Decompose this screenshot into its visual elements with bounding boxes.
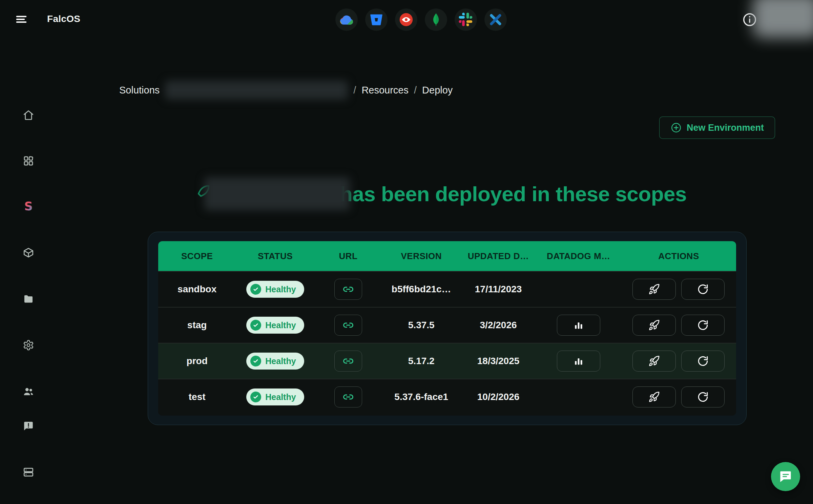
column-header-status: STATUS [236, 251, 314, 261]
sidebar-item-apps[interactable] [21, 153, 36, 168]
new-environment-button[interactable]: New Environment [659, 117, 775, 139]
table-row: testHealthy5.37.6-face110/2/2026 [158, 379, 736, 415]
slack-icon[interactable] [455, 8, 477, 31]
sidebar-item-team[interactable] [21, 384, 36, 399]
deploy-rocket-button[interactable] [632, 386, 676, 407]
check-icon [253, 322, 259, 328]
sidebar-item-settings[interactable] [21, 338, 36, 353]
redeploy-refresh-button[interactable] [681, 386, 725, 407]
apps-grid-icon [23, 155, 34, 167]
bar-chart-icon [573, 320, 584, 331]
url-link-button[interactable] [334, 386, 362, 407]
link-icon [342, 391, 354, 403]
deploy-rocket-button[interactable] [632, 279, 676, 300]
hamburger-icon [15, 13, 28, 26]
service-icons [335, 8, 507, 31]
sidebar-item-feedback[interactable] [21, 419, 36, 434]
team-icon [23, 386, 34, 397]
status-cell: Healthy [236, 281, 314, 298]
cross-service-icon[interactable] [484, 8, 507, 31]
rocket-icon [648, 391, 660, 403]
table-body: sandboxHealthyb5ff6bd21c…17/11/2023stagH… [158, 271, 736, 415]
url-cell [315, 351, 382, 372]
status-check-icon [250, 320, 261, 331]
url-link-button[interactable] [334, 315, 362, 336]
breadcrumb-resources[interactable]: Resources [361, 85, 409, 96]
scope-label: stag [187, 320, 207, 331]
scope-label: prod [187, 356, 208, 366]
updated-cell: 3/2/2026 [461, 320, 536, 331]
mongodb-icon[interactable] [425, 8, 447, 31]
eye-monitor-icon[interactable] [395, 8, 417, 31]
url-link-button[interactable] [334, 279, 362, 300]
status-badge: Healthy [246, 353, 304, 370]
rocket-icon [648, 319, 660, 331]
app-title: FalcOS [47, 14, 80, 24]
check-icon [253, 394, 259, 400]
status-cell: Healthy [236, 388, 314, 405]
version-label: 5.37.6-face1 [394, 392, 448, 402]
status-cell: Healthy [236, 317, 314, 334]
menu-button[interactable] [14, 12, 29, 27]
status-badge: Healthy [246, 388, 304, 405]
status-label: Healthy [265, 356, 296, 366]
home-icon [23, 109, 34, 121]
updated-cell: 17/11/2023 [461, 284, 536, 295]
breadcrumb: Solutions / Resources / Deploy [119, 80, 453, 100]
scope-label: test [189, 392, 206, 402]
status-label: Healthy [265, 285, 296, 294]
url-cell [315, 386, 382, 407]
google-cloud-icon[interactable] [335, 8, 358, 31]
scope-cell: test [158, 392, 236, 402]
redeploy-refresh-button[interactable] [681, 315, 725, 336]
link-icon [342, 283, 354, 295]
breadcrumb-deploy: Deploy [422, 85, 453, 96]
column-header-url: URL [315, 251, 382, 261]
column-header-scope: SCOPE [158, 251, 236, 261]
updated-date-label: 17/11/2023 [475, 284, 522, 295]
sidebar-item-infrastructure[interactable] [21, 465, 36, 480]
solutions-logo-icon: S [22, 200, 35, 214]
chat-support-button[interactable] [771, 462, 800, 491]
environments-table: SCOPESTATUSURLVERSIONUPDATED D…DATADOG M… [158, 241, 736, 416]
sidebar-item-files[interactable] [21, 292, 36, 307]
refresh-icon [697, 284, 709, 295]
column-header-datadog-m: DATADOG M… [536, 251, 621, 261]
deploy-rocket-button[interactable] [632, 351, 676, 372]
redeploy-refresh-button[interactable] [681, 351, 725, 372]
version-cell: 5.17.2 [382, 356, 461, 366]
status-label: Healthy [265, 392, 296, 402]
url-cell [315, 279, 382, 300]
breadcrumb-solutions[interactable]: Solutions [119, 85, 160, 96]
url-link-button[interactable] [334, 351, 362, 372]
link-icon [342, 355, 354, 367]
datadog-cell [536, 315, 621, 336]
scope-label: sandbox [178, 284, 216, 295]
sidebar-item-packages[interactable] [21, 245, 36, 260]
sidebar-item-solutions[interactable]: S [21, 200, 36, 214]
redeploy-refresh-button[interactable] [681, 279, 725, 300]
bar-chart-icon [573, 356, 584, 366]
updated-cell: 10/2/2026 [461, 392, 536, 402]
refresh-icon [697, 391, 709, 403]
version-cell: 5.37.6-face1 [382, 392, 461, 402]
status-badge: Healthy [246, 317, 304, 334]
avatar[interactable] [753, 0, 813, 38]
url-cell [315, 315, 382, 336]
status-check-icon [250, 392, 261, 402]
deploy-rocket-button[interactable] [632, 315, 676, 336]
redacted-solution-name [165, 81, 348, 100]
servers-icon [23, 466, 34, 478]
actions-cell [621, 315, 736, 336]
datadog-metrics-button[interactable] [557, 315, 600, 336]
version-label: 5.37.5 [408, 320, 435, 331]
table-header-row: SCOPESTATUSURLVERSIONUPDATED D…DATADOG M… [158, 241, 736, 271]
updated-date-label: 10/2/2026 [477, 392, 520, 402]
feedback-alert-icon [23, 420, 34, 432]
datadog-metrics-button[interactable] [557, 351, 600, 372]
scope-cell: stag [158, 320, 236, 331]
bitbucket-icon[interactable] [365, 8, 388, 31]
sidebar-item-home[interactable] [21, 108, 36, 123]
version-cell: 5.37.5 [382, 320, 461, 331]
check-icon [253, 286, 259, 292]
